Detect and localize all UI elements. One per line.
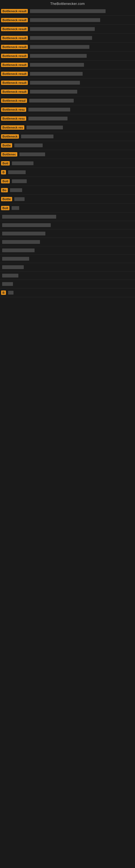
bar	[2, 248, 35, 252]
bottleneck-badge[interactable]: Bottleneck resu	[1, 116, 26, 121]
bar	[8, 170, 26, 174]
bar-area	[12, 144, 134, 147]
bar	[29, 99, 74, 102]
bottleneck-badge[interactable]: Bottleneck result	[1, 54, 28, 58]
table-row: Bottleneck result	[0, 52, 135, 61]
table-row	[0, 255, 135, 263]
bar-area	[28, 36, 134, 40]
table-row	[0, 280, 135, 288]
table-row: Bottleneck result	[0, 34, 135, 42]
bottleneck-badge[interactable]: Bott	[1, 161, 10, 165]
bottleneck-badge[interactable]: Bottleneck result	[1, 18, 28, 22]
table-row: Bo	[0, 186, 135, 195]
table-row: Bottleneck result	[0, 25, 135, 34]
table-row: Bolt	[0, 204, 135, 213]
bar-area	[1, 265, 134, 269]
bar-area	[10, 161, 134, 165]
bar	[30, 54, 87, 58]
table-row: Bott	[0, 159, 135, 168]
bar-area	[6, 170, 134, 174]
bottleneck-badge[interactable]: Bottlenec	[1, 152, 17, 156]
bar	[10, 188, 22, 192]
bar	[21, 134, 53, 138]
bar-area	[1, 215, 134, 219]
bar-area	[6, 291, 134, 294]
bar-area	[28, 54, 134, 58]
bar-area	[26, 117, 134, 120]
bottleneck-badge[interactable]: Bottleneck result	[1, 9, 28, 13]
table-row: Bottleneck result	[0, 79, 135, 87]
bar-area	[1, 223, 134, 227]
bar	[2, 240, 40, 244]
bar-area	[12, 197, 134, 201]
bar-area	[28, 90, 134, 94]
bottleneck-badge[interactable]: Bottle	[1, 197, 12, 201]
table-row	[0, 238, 135, 246]
table-row: Bottleneck result	[0, 87, 135, 96]
bar	[27, 126, 63, 129]
bottleneck-badge[interactable]: Bottleneck	[1, 134, 19, 138]
bottleneck-badge[interactable]: Bottleneck result	[1, 27, 28, 31]
bar-area	[24, 126, 134, 129]
table-row: Bottlenec	[0, 150, 135, 159]
table-row	[0, 263, 135, 272]
table-row: B	[0, 288, 135, 297]
bottleneck-badge[interactable]: Bottleneck resul	[1, 98, 27, 103]
table-row	[0, 213, 135, 221]
table-row: Bottleneck result	[0, 69, 135, 79]
bottleneck-badge[interactable]: Bolt	[1, 206, 9, 210]
table-row: Bottleneck resu	[0, 114, 135, 123]
bottleneck-badge[interactable]: Bottleneck result	[1, 63, 28, 67]
bottleneck-badge[interactable]: B	[1, 170, 6, 175]
bar-area	[28, 9, 134, 13]
bottleneck-badge[interactable]: Bottleneck result	[1, 72, 28, 76]
bar-area	[28, 45, 134, 49]
bar	[30, 63, 84, 67]
bar	[2, 282, 13, 286]
bar	[2, 215, 56, 219]
bar-area	[1, 257, 134, 261]
table-row: Bottleneck result	[0, 42, 135, 52]
bar-area	[28, 18, 134, 22]
bottleneck-badge[interactable]: Bottle	[1, 143, 12, 148]
bottleneck-badge[interactable]: B	[1, 290, 6, 295]
bottleneck-badge[interactable]: Bottleneck res	[1, 125, 24, 130]
bottleneck-badge[interactable]: Bottleneck result	[1, 45, 28, 49]
bar	[30, 90, 77, 94]
bar	[12, 179, 27, 183]
table-row: Bottleneck resu	[0, 105, 135, 114]
bar	[30, 81, 80, 85]
bar	[2, 274, 18, 278]
bottleneck-badge[interactable]: Bott	[1, 179, 10, 183]
bar-area	[1, 274, 134, 278]
bar	[28, 108, 70, 112]
bar-area	[8, 188, 134, 192]
bar	[30, 18, 100, 22]
bar-area	[27, 99, 134, 102]
bar	[14, 197, 25, 201]
table-row: Bottleneck result	[0, 61, 135, 69]
bar	[30, 36, 92, 40]
bar	[14, 144, 43, 147]
bottleneck-badge[interactable]: Bottleneck result	[1, 36, 28, 40]
bar-area	[17, 152, 134, 156]
bottleneck-badge[interactable]: Bottleneck result	[1, 81, 28, 85]
bar	[2, 231, 45, 236]
bar	[12, 161, 34, 165]
table-row: Bottleneck	[0, 132, 135, 141]
bar-area	[28, 27, 134, 31]
bar-area	[9, 206, 134, 210]
bar	[30, 9, 105, 13]
table-row	[0, 229, 135, 238]
bar-area	[28, 81, 134, 85]
bottleneck-badge[interactable]: Bottleneck resu	[1, 107, 26, 112]
bottleneck-badge[interactable]: Bo	[1, 188, 8, 192]
table-row: Bott	[0, 177, 135, 186]
bar-area	[26, 108, 134, 112]
bar	[30, 72, 83, 76]
bottleneck-badge[interactable]: Bottleneck result	[1, 90, 28, 94]
table-row: Bottleneck result	[0, 7, 135, 16]
bar	[2, 257, 29, 261]
bar-area	[1, 248, 134, 252]
bar	[12, 206, 19, 210]
